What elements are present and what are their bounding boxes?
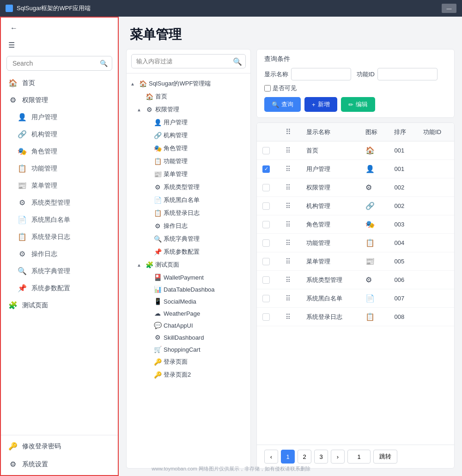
row-checkbox[interactable] — [262, 221, 270, 228]
tree-node-loginlog[interactable]: 📋 系统登录日志 — [127, 207, 250, 220]
row-drag-handle[interactable]: ⠿ — [280, 308, 301, 326]
sidebar-item-sys-settings[interactable]: ⚙ 系统设置 — [1, 455, 118, 473]
sidebar-back-button[interactable]: ← — [8, 22, 19, 34]
tree-node-weather[interactable]: ☁ WeatherPage — [127, 307, 250, 319]
tree-node-test[interactable]: ▲ 🧩 测试页面 — [127, 258, 250, 271]
tree-node-perm[interactable]: ▲ ⚙ 权限管理 — [127, 103, 250, 116]
sidebar-item-blackwhite[interactable]: 📄 系统黑白名单 — [1, 211, 118, 228]
sidebar-item-home[interactable]: 🏠 首页 — [1, 74, 118, 92]
row-drag-handle[interactable]: ⠿ — [280, 160, 301, 178]
row-drag-handle[interactable]: ⠿ — [280, 252, 301, 271]
visible-checkbox[interactable] — [264, 85, 271, 92]
sidebar-item-func-mgmt[interactable]: 📋 功能管理 — [1, 160, 118, 177]
row-drag-handle[interactable]: ⠿ — [280, 289, 301, 308]
tree-node-menu[interactable]: 📰 菜单管理 — [127, 168, 250, 181]
tree-node-dict-label: 系统字典管理 — [164, 235, 247, 243]
row-checkbox[interactable] — [262, 147, 270, 154]
row-display-name: 角色管理 — [301, 215, 360, 234]
sidebar-item-user-mgmt[interactable]: 👤 用户管理 — [1, 109, 118, 126]
row-icon: ⚙ — [360, 178, 389, 197]
edit-button[interactable]: ✏ 编辑 — [341, 97, 375, 112]
page-3-button[interactable]: 3 — [314, 450, 328, 464]
row-sort: 004 — [389, 234, 418, 252]
tree-node-org[interactable]: 🔗 机构管理 — [127, 129, 250, 142]
row-checkbox[interactable] — [262, 276, 270, 284]
query-field-display-name: 显示名称 — [264, 68, 351, 80]
row-drag-handle[interactable]: ⠿ — [280, 271, 301, 289]
root-icon: 🏠 — [139, 80, 147, 87]
page-jump-button[interactable]: 跳转 — [373, 450, 397, 464]
row-checkbox[interactable] — [262, 184, 270, 191]
sidebar-item-systype-mgmt[interactable]: ⚙ 系统类型管理 — [1, 194, 118, 211]
tree-node-user[interactable]: 👤 用户管理 — [127, 116, 250, 129]
tree-node-role[interactable]: 🎭 角色管理 — [127, 142, 250, 155]
sidebar-item-test-pages[interactable]: 🧩 测试页面 — [1, 297, 118, 314]
row-drag-handle[interactable]: ⠿ — [280, 234, 301, 252]
row-checkbox[interactable] — [262, 295, 270, 302]
sidebar-hamburger-button[interactable]: ☰ — [6, 39, 17, 51]
row-func-id — [418, 160, 454, 178]
sidebar-item-login-log[interactable]: 📋 系统登录日志 — [1, 228, 118, 245]
query-icon: 🔍 — [272, 101, 279, 108]
row-sort: 002 — [389, 197, 418, 215]
tree-node-login2[interactable]: 🔑 登录页面2 — [127, 368, 250, 381]
sidebar-item-dict-mgmt[interactable]: 🔍 系统字典管理 — [1, 262, 118, 280]
prev-page-button[interactable]: ‹ — [264, 450, 278, 464]
page-jump-input[interactable] — [347, 450, 371, 464]
col-sort: 排序 — [389, 123, 418, 141]
main-content: 菜单管理 🔍 ▲ 🏠 SqlSugar的WPF管理端 — [119, 17, 462, 476]
tree-search-input[interactable] — [131, 54, 246, 68]
tree-node-test-label: 测试页面 — [155, 261, 247, 269]
tree-node-login[interactable]: 🔑 登录页面 — [127, 355, 250, 368]
display-name-input[interactable] — [291, 68, 351, 80]
row-func-id — [418, 141, 454, 160]
row-sort: 001 — [389, 160, 418, 178]
tree-node-root[interactable]: ▲ 🏠 SqlSugar的WPF管理端 — [127, 77, 250, 90]
sidebar-item-org-mgmt[interactable]: 🔗 机构管理 — [1, 126, 118, 143]
sidebar-item-op-log[interactable]: ⚙ 操作日志 — [1, 245, 118, 262]
role-tree-icon: 🎭 — [153, 145, 162, 152]
row-checkbox[interactable] — [262, 239, 270, 247]
table-row: ⠿功能管理📋004 — [257, 234, 454, 252]
row-drag-handle[interactable]: ⠿ — [280, 215, 301, 234]
sidebar-item-change-pwd[interactable]: 🔑 修改登录密码 — [1, 437, 118, 455]
systype-tree-icon: ⚙ — [153, 183, 162, 191]
add-button[interactable]: + 新增 — [304, 97, 337, 112]
page-2-button[interactable]: 2 — [298, 450, 311, 464]
sidebar-item-permission[interactable]: ⚙ 权限管理 — [1, 92, 118, 109]
tree-node-social[interactable]: 📱 SocialMedia — [127, 295, 250, 307]
row-drag-handle[interactable]: ⠿ — [280, 178, 301, 197]
row-drag-handle[interactable]: ⠿ — [280, 141, 301, 160]
sidebar-item-menu-mgmt[interactable]: 📰 菜单管理 — [1, 177, 118, 194]
sidebar-search-input[interactable] — [6, 56, 112, 71]
query-button[interactable]: 🔍 查询 — [264, 97, 301, 112]
tree-node-wallet[interactable]: 🎴 WalletPayment — [127, 271, 250, 283]
row-drag-handle[interactable]: ⠿ — [280, 197, 301, 215]
row-sort: 003 — [389, 215, 418, 234]
page-1-button[interactable]: 1 — [281, 450, 295, 464]
row-checkbox[interactable]: ✓ — [262, 165, 270, 173]
row-checkbox-cell — [257, 289, 280, 308]
tree-node-dict[interactable]: 🔍 系统字典管理 — [127, 232, 250, 245]
func-id-input[interactable] — [377, 68, 438, 80]
row-checkbox[interactable] — [262, 258, 270, 265]
tree-node-func[interactable]: 📋 功能管理 — [127, 155, 250, 168]
minimize-button[interactable]: — — [442, 4, 456, 13]
tree-node-param[interactable]: 📌 系统参数配置 — [127, 245, 250, 258]
shop-tree-icon: 🛒 — [153, 346, 162, 353]
next-page-button[interactable]: › — [331, 450, 345, 464]
row-checkbox[interactable] — [262, 202, 270, 210]
tree-node-bw[interactable]: 📄 系统黑白名单 — [127, 194, 250, 207]
tree-node-home[interactable]: 🏠 首页 — [127, 90, 250, 103]
tree-node-skill[interactable]: ⚙ SkillDashboard — [127, 331, 250, 343]
tree-node-datatable[interactable]: 📊 DataTableDashboa — [127, 283, 250, 295]
tree-node-login2-label: 登录页面2 — [164, 371, 247, 379]
tree-node-chat[interactable]: 💬 ChatAppUI — [127, 319, 250, 331]
sidebar-item-role-mgmt[interactable]: 🎭 角色管理 — [1, 143, 118, 160]
tree-node-oplog[interactable]: ⚙ 操作日志 — [127, 220, 250, 232]
tree-node-systype[interactable]: ⚙ 系统类型管理 — [127, 181, 250, 194]
tree-node-shop[interactable]: 🛒 ShoppingCart — [127, 343, 250, 355]
sidebar-item-param-mgmt[interactable]: 📌 系统参数配置 — [1, 280, 118, 297]
table-body: ⠿首页🏠001✓⠿用户管理👤001⠿权限管理⚙002⠿机构管理🔗002⠿角色管理… — [257, 141, 454, 326]
row-checkbox[interactable] — [262, 313, 270, 321]
